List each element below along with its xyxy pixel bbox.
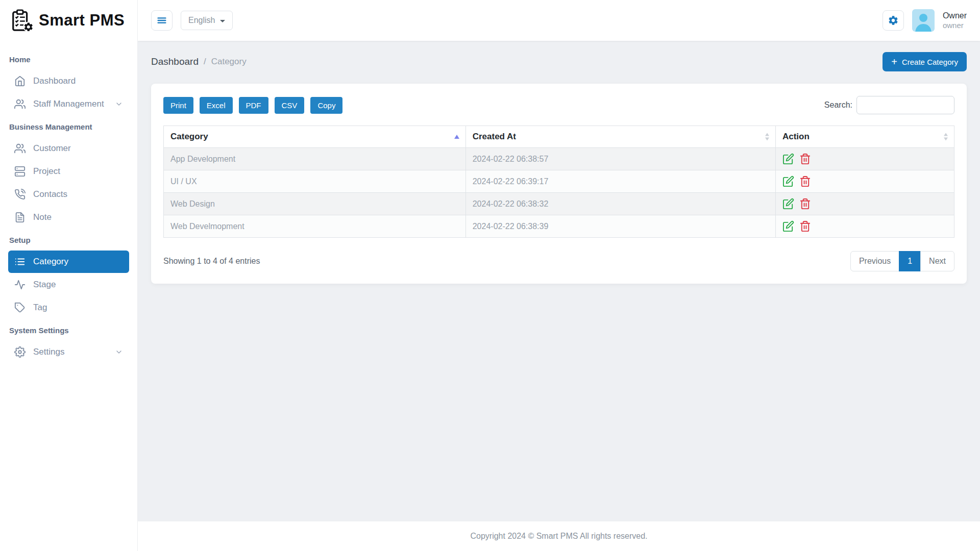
server-icon — [14, 166, 26, 177]
create-category-button[interactable]: + Create Category — [883, 52, 967, 71]
cell-category: App Development — [164, 148, 466, 170]
user-meta[interactable]: Owner owner — [943, 11, 967, 31]
sidebar-item-label: Contacts — [33, 189, 67, 199]
nav-section-setup: Setup — [9, 236, 128, 244]
file-text-icon — [14, 212, 26, 223]
sidebar-item-label: Project — [33, 166, 60, 177]
table-toolbar: Print Excel PDF CSV Copy Search: — [163, 96, 954, 114]
table-row: App Development 2024-02-22 06:38:57 — [164, 148, 954, 170]
export-buttons: Print Excel PDF CSV Copy — [163, 97, 342, 114]
cell-created-at: 2024-02-22 06:38:57 — [465, 148, 775, 170]
clipboard-gear-logo-icon — [10, 9, 34, 32]
main-column: English Owner owner — [138, 0, 980, 551]
page-content: Dashboard / Category + Create Category P… — [138, 41, 980, 521]
sidebar-item-customer[interactable]: Customer — [8, 137, 129, 160]
entries-info: Showing 1 to 4 of 4 entries — [163, 257, 260, 266]
csv-button[interactable]: CSV — [275, 97, 305, 114]
edit-icon[interactable] — [782, 220, 794, 232]
gear-icon — [888, 15, 899, 26]
breadcrumb-separator: / — [204, 57, 206, 67]
app-logo[interactable]: Smart PMS — [0, 0, 137, 41]
edit-icon[interactable] — [782, 198, 794, 210]
delete-icon[interactable] — [799, 198, 811, 210]
sidebar-item-dashboard[interactable]: Dashboard — [8, 70, 129, 92]
print-button[interactable]: Print — [163, 97, 193, 114]
delete-icon[interactable] — [799, 153, 811, 165]
sidebar-item-settings[interactable]: Settings — [8, 341, 129, 363]
table-footer: Showing 1 to 4 of 4 entries Previous 1 N… — [163, 251, 954, 271]
footer: Copyright 2024 © Smart PMS All rights re… — [138, 521, 980, 551]
sidebar-item-stage[interactable]: Stage — [8, 273, 129, 296]
sidebar-item-label: Customer — [33, 143, 71, 154]
excel-button[interactable]: Excel — [200, 97, 233, 114]
language-value: English — [188, 16, 215, 25]
sort-asc-icon — [454, 135, 459, 139]
sidebar-item-label: Staff Management — [33, 99, 104, 109]
user-avatar[interactable] — [912, 9, 935, 32]
topbar: English Owner owner — [138, 0, 980, 41]
sidebar-item-label: Settings — [33, 347, 64, 357]
breadcrumb: Dashboard / Category — [151, 56, 247, 67]
sidebar-item-label: Stage — [33, 280, 56, 290]
column-header-action[interactable]: Action — [775, 126, 954, 148]
create-category-label: Create Category — [902, 58, 958, 66]
column-header-category[interactable]: Category — [164, 126, 466, 148]
hamburger-menu-icon — [156, 15, 167, 26]
column-label: Created At — [473, 132, 516, 141]
list-icon — [14, 256, 26, 267]
nav-section-system-settings: System Settings — [9, 326, 128, 335]
cell-created-at: 2024-02-22 06:39:17 — [465, 170, 775, 193]
user-name: Owner — [943, 11, 967, 21]
person-icon — [912, 11, 935, 32]
sidebar-item-staff-management[interactable]: Staff Management — [8, 93, 129, 115]
search-label: Search: — [824, 101, 852, 110]
sidebar-item-label: Note — [33, 212, 52, 222]
plus-icon: + — [891, 57, 897, 67]
cell-created-at: 2024-02-22 06:38:32 — [465, 193, 775, 215]
delete-icon[interactable] — [799, 176, 811, 187]
cell-category: Web Develmopment — [164, 215, 466, 238]
copy-button[interactable]: Copy — [310, 97, 342, 114]
topbar-right: Owner owner — [883, 9, 967, 32]
edit-icon[interactable] — [782, 176, 794, 187]
app-name: Smart PMS — [39, 11, 125, 30]
breadcrumb-dashboard-link[interactable]: Dashboard — [151, 56, 199, 67]
phone-call-icon — [14, 189, 26, 200]
search-input[interactable] — [856, 96, 954, 114]
edit-icon[interactable] — [782, 153, 794, 165]
copyright-text: Copyright 2024 © Smart PMS All rights re… — [470, 532, 647, 541]
page-1-button[interactable]: 1 — [899, 251, 921, 271]
sidebar-item-project[interactable]: Project — [8, 160, 129, 183]
sidebar-item-note[interactable]: Note — [8, 206, 129, 229]
tag-icon — [14, 302, 26, 313]
pdf-button[interactable]: PDF — [239, 97, 268, 114]
column-label: Category — [170, 132, 208, 141]
category-table-card: Print Excel PDF CSV Copy Search: — [151, 84, 967, 284]
language-selector[interactable]: English — [181, 11, 233, 30]
sidebar-item-category[interactable]: Category — [8, 251, 129, 273]
column-label: Action — [782, 132, 810, 141]
cell-category: UI / UX — [164, 170, 466, 193]
cell-action — [775, 148, 954, 170]
breadcrumb-current: Category — [211, 57, 247, 67]
cell-action — [775, 215, 954, 238]
column-header-created-at[interactable]: Created At — [465, 126, 775, 148]
sidebar-item-tag[interactable]: Tag — [8, 296, 129, 319]
previous-page-button[interactable]: Previous — [850, 251, 899, 271]
cell-action — [775, 170, 954, 193]
sort-both-icon — [765, 133, 769, 141]
sidebar-item-contacts[interactable]: Contacts — [8, 183, 129, 206]
next-page-button[interactable]: Next — [920, 251, 954, 271]
chevron-down-icon — [115, 100, 123, 108]
user-role: owner — [943, 21, 967, 31]
search-area: Search: — [824, 96, 954, 114]
sidebar-toggle-button[interactable] — [151, 10, 173, 31]
cell-category: Web Design — [164, 193, 466, 215]
delete-icon[interactable] — [799, 220, 811, 232]
users-icon — [14, 143, 26, 154]
users-icon — [14, 98, 26, 110]
page-header: Dashboard / Category + Create Category — [151, 52, 967, 71]
settings-shortcut-button[interactable] — [883, 10, 904, 31]
nav-section-home: Home — [9, 55, 128, 64]
table-header-row: Category Created At Action — [164, 126, 954, 148]
